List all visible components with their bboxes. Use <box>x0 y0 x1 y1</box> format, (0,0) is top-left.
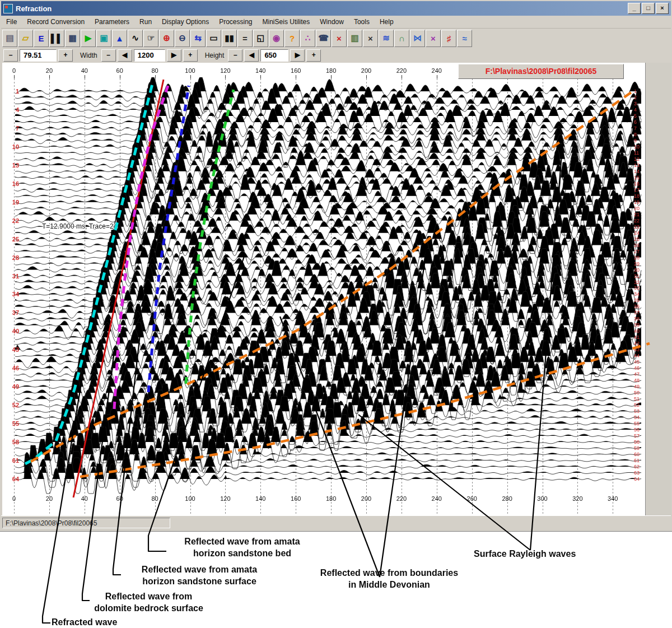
file-path-badge[interactable]: F:\Plavinas\2008\Pr08\fil20065 <box>458 64 624 79</box>
annotation-amata-surface: Reflected wave from amatahorizon sandsto… <box>124 564 274 587</box>
seismogram-plot[interactable] <box>0 0 672 628</box>
annotation-refracted: Refracted wave <box>52 616 175 628</box>
annotation-middle-devonian: Reflected wave from boundariesin Middle … <box>302 567 476 590</box>
annotation-dolomite: Reflected wave fromdolomite bedrock surf… <box>77 590 220 614</box>
annotation-amata-bed: Reflected wave from amatahorizon sandsto… <box>162 536 322 559</box>
annotation-rayleigh: Surface Rayleigh waves <box>474 548 608 560</box>
